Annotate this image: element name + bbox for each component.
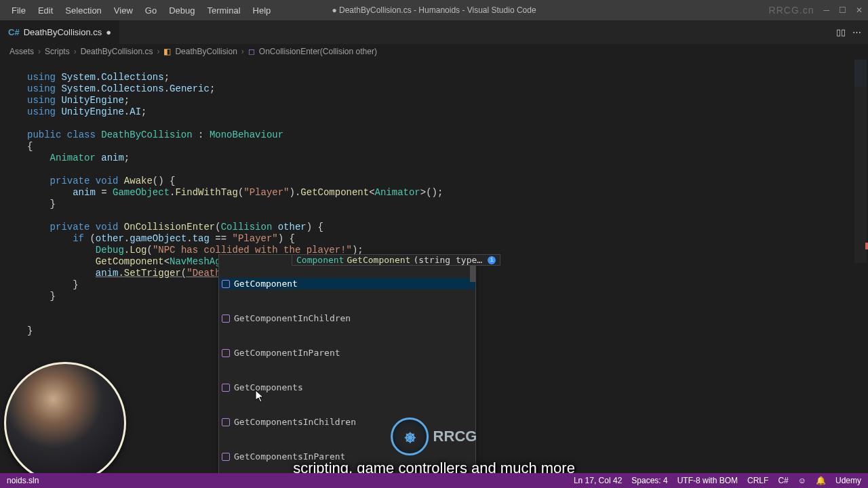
method-icon [222, 280, 230, 288]
minimize-icon[interactable]: ─ [823, 5, 829, 15]
menu-selection[interactable]: Selection [59, 3, 107, 18]
code-editor[interactable]: using System.Collections; using System.C… [0, 59, 868, 394]
tab-deathbycollision[interactable]: C# DeathByCollision.cs ● [0, 20, 119, 44]
tab-dirty-indicator: ● [106, 27, 111, 37]
status-cursor-pos[interactable]: Ln 17, Col 42 [574, 476, 622, 485]
menu-go[interactable]: Go [139, 3, 163, 18]
presenter-webcam [4, 362, 126, 484]
bc-scripts[interactable]: Scripts [45, 47, 70, 56]
breadcrumb[interactable]: Assets › Scripts › DeathByCollision.cs ›… [0, 44, 868, 59]
chevron-right-icon: › [241, 47, 244, 56]
title-bar: File Edit Selection View Go Debug Termin… [0, 0, 868, 20]
bc-class[interactable]: DeathByCollision [175, 47, 237, 56]
ac-item[interactable]: GetComponents [219, 382, 475, 393]
overlay-logo-text: RRCG [433, 428, 477, 445]
notifications-icon[interactable]: 🔔 [816, 476, 826, 485]
method-icon [222, 314, 230, 323]
chevron-right-icon: › [74, 47, 77, 56]
menu-terminal[interactable]: Terminal [201, 3, 246, 18]
csharp-file-icon: C# [8, 27, 20, 37]
tab-bar: C# DeathByCollision.cs ● ▯▯ ⋯ [0, 20, 868, 44]
window-title: ● DeathByCollision.cs - Humanoids - Visu… [332, 5, 536, 15]
ac-item-getcomponent[interactable]: GetComponent [219, 278, 475, 289]
method-icon: ◻ [248, 47, 255, 56]
ac-item[interactable]: GetComponentInChildren [219, 312, 475, 324]
menu-bar: File Edit Selection View Go Debug Termin… [5, 3, 277, 18]
maximize-icon[interactable]: ☐ [839, 5, 846, 15]
status-solution[interactable]: noids.sln [7, 476, 39, 485]
watermark-text: RRCG.cn [769, 5, 814, 16]
more-actions-icon[interactable]: ⋯ [852, 27, 861, 37]
error-marker[interactable] [865, 243, 868, 249]
close-icon[interactable]: ✕ [856, 5, 863, 15]
menu-help[interactable]: Help [247, 3, 277, 18]
status-brand: Udemy [835, 476, 861, 485]
info-icon[interactable]: i [488, 256, 496, 264]
menu-view[interactable]: View [108, 3, 139, 18]
tab-label: DeathByCollision.cs [24, 27, 102, 37]
menu-edit[interactable]: Edit [32, 3, 59, 18]
class-icon: ◧ [163, 47, 171, 56]
method-icon [222, 418, 230, 426]
status-eol[interactable]: CRLF [747, 476, 768, 485]
status-bar: noids.sln Ln 17, Col 42 Spaces: 4 UTF-8 … [0, 473, 868, 488]
status-lang[interactable]: C# [778, 476, 788, 485]
logo-circle-icon: ⎈ [391, 418, 429, 455]
split-editor-icon[interactable]: ▯▯ [836, 27, 846, 37]
minimap[interactable] [854, 60, 867, 263]
bc-assets[interactable]: Assets [9, 47, 34, 56]
method-icon [222, 384, 230, 392]
bc-method[interactable]: OnCollisionEnter(Collision other) [259, 47, 377, 56]
ac-item[interactable]: GetComponentInParent [219, 347, 475, 359]
status-encoding[interactable]: UTF-8 with BOM [677, 476, 738, 485]
status-indent[interactable]: Spaces: 4 [631, 476, 667, 485]
autocomplete-signature-hint: Component GetComponent(string type… i [292, 254, 500, 266]
chevron-right-icon: › [157, 47, 159, 56]
overlay-logo: ⎈ RRCG [391, 418, 477, 455]
feedback-icon[interactable]: ☺ [798, 476, 806, 485]
method-icon [222, 349, 230, 357]
video-overlay: ⎈ RRCG scripting, game controllers and m… [293, 418, 575, 477]
bc-file[interactable]: DeathByCollision.cs [81, 47, 153, 56]
menu-file[interactable]: File [5, 3, 32, 18]
chevron-right-icon: › [38, 47, 41, 56]
menu-debug[interactable]: Debug [163, 3, 201, 18]
method-icon [222, 453, 230, 461]
